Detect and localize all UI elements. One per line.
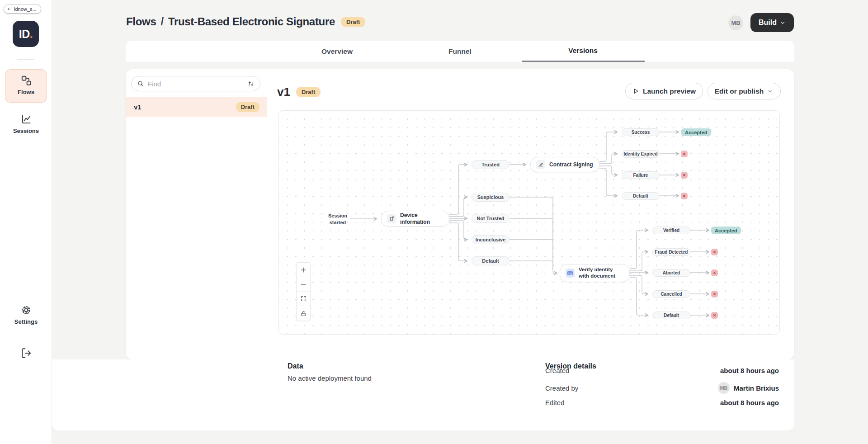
find-search: [131, 76, 260, 91]
flow-output-failure[interactable]: Failure: [622, 171, 660, 179]
signature-icon: [536, 160, 545, 169]
zoom-out-button[interactable]: [297, 277, 310, 292]
play-icon: [632, 88, 639, 94]
tab-versions[interactable]: Versions: [522, 41, 645, 62]
status-badge: Draft: [341, 17, 365, 27]
panel-divider: [267, 69, 267, 359]
breadcrumb-flows[interactable]: Flows: [126, 15, 156, 28]
flow-node-label: Contract Signing: [549, 161, 593, 168]
logo-text: ID.: [19, 28, 33, 41]
sidebar-item-sessions[interactable]: Sessions: [5, 109, 47, 137]
detail-value: about 8 hours ago: [720, 399, 779, 406]
launch-preview-button[interactable]: Launch preview: [625, 83, 703, 99]
breadcrumb-separator: /: [161, 15, 164, 28]
flow-result-rejected[interactable]: ×: [711, 269, 718, 276]
sidebar-divider: [17, 59, 34, 60]
detail-label: Edited: [545, 399, 565, 406]
browser-chip-label: idnow_s...: [14, 6, 37, 12]
detail-label: Created by: [545, 384, 578, 392]
back-arrow-icon: [7, 6, 12, 12]
tab-overview[interactable]: Overview: [276, 41, 399, 62]
gear-icon: [20, 304, 32, 316]
detail-value: about 8 hours ago: [720, 367, 779, 374]
canvas-controls: [296, 262, 311, 321]
sidebar: [0, 0, 52, 444]
chevron-down-icon: [780, 20, 786, 26]
flow-output-fraud-detected[interactable]: Fraud Detected: [652, 248, 690, 256]
flow-node-verify-identity[interactable]: Verify identity with document: [560, 264, 630, 282]
flow-output-identity-expired[interactable]: Identity Expired: [622, 150, 660, 158]
id-card-icon: [566, 269, 575, 278]
sidebar-item-flows[interactable]: Flows: [5, 69, 47, 103]
flow-output-default-2[interactable]: Default: [622, 192, 660, 200]
sidebar-item-label: Settings: [14, 318, 38, 325]
data-empty-message: No active deployment found: [288, 374, 372, 382]
flow-output-default-3[interactable]: Default: [652, 312, 690, 319]
sidebar-item-label: Sessions: [13, 128, 39, 134]
sort-icon[interactable]: [247, 80, 255, 87]
sidebar-item-label: Flows: [18, 89, 34, 95]
user-avatar[interactable]: MB: [728, 15, 743, 30]
detail-row-created-by: Created by MB Martin Brixius: [545, 382, 779, 394]
flow-output-not-trusted[interactable]: Not Trusted: [472, 214, 509, 223]
fit-view-button[interactable]: [297, 292, 310, 306]
lock-toggle-button[interactable]: [297, 306, 310, 321]
flow-output-default[interactable]: Default: [472, 256, 509, 265]
sidebar-item-settings[interactable]: Settings: [5, 299, 47, 328]
version-list-item-v1[interactable]: v1 Draft: [126, 97, 267, 117]
version-status-badge: Draft: [236, 102, 259, 112]
flow-result-rejected[interactable]: ×: [711, 249, 718, 255]
flow-result-accepted[interactable]: Accepted: [681, 128, 711, 136]
tab-funnel[interactable]: Funnel: [399, 41, 522, 62]
device-icon: [387, 214, 396, 223]
flow-start-node[interactable]: Session started: [322, 213, 354, 226]
idnow-logo[interactable]: ID.: [13, 21, 39, 47]
launch-preview-label: Launch preview: [643, 87, 696, 95]
version-title-badge: Draft: [296, 87, 321, 97]
flow-result-rejected[interactable]: ×: [681, 193, 688, 199]
chart-icon: [20, 113, 32, 125]
details-panel: Data No active deployment found Version …: [52, 359, 794, 430]
flow-output-verified[interactable]: Verified: [652, 227, 690, 234]
detail-value: MB Martin Brixius: [718, 382, 779, 394]
breadcrumb: Flows / Trust-Based Electronic Signature: [126, 15, 335, 28]
page-header: Flows / Trust-Based Electronic Signature…: [126, 14, 365, 30]
flow-result-rejected[interactable]: ×: [711, 291, 718, 298]
flow-output-aborted[interactable]: Aborted: [652, 269, 690, 277]
edit-or-publish-label: Edit or publish: [715, 87, 764, 95]
build-button-label: Build: [759, 19, 777, 27]
flow-node-label: Device information: [400, 212, 443, 225]
detail-row-edited: Edited about 8 hours ago: [545, 399, 779, 406]
flow-node-device-information[interactable]: Device information: [381, 211, 449, 227]
zoom-in-button[interactable]: [297, 263, 310, 277]
flow-edges: [279, 111, 780, 335]
tab-bar: Overview Funnel Versions: [126, 41, 794, 62]
flow-result-rejected[interactable]: ×: [711, 312, 718, 319]
find-input[interactable]: [148, 80, 244, 88]
build-button[interactable]: Build: [750, 13, 794, 32]
flow-output-trusted[interactable]: Trusted: [472, 160, 509, 169]
flow-node-label: Verify identity with document: [579, 267, 624, 279]
flow-output-inconclusive[interactable]: Inconclusive: [472, 235, 509, 244]
flow-output-suspicious[interactable]: Suspicious: [472, 193, 509, 202]
logout-button[interactable]: [20, 347, 32, 361]
logout-icon: [20, 347, 32, 359]
detail-row-created: Created about 8 hours ago: [545, 367, 779, 374]
flow-result-rejected[interactable]: ×: [681, 151, 688, 157]
version-name: v1: [134, 103, 142, 111]
flow-output-cancelled[interactable]: Cancelled: [652, 290, 690, 298]
app-window: idnow_s... ID. Flows Sessions Settings: [0, 0, 868, 444]
page-title: Trust-Based Electronic Signature: [168, 15, 335, 28]
flow-result-rejected[interactable]: ×: [681, 172, 688, 179]
version-title: v1: [277, 85, 290, 99]
flow-canvas[interactable]: Session started Device information Trust…: [278, 110, 780, 335]
workflow-icon: [20, 75, 32, 86]
version-header: v1 Draft: [277, 85, 321, 99]
flow-result-accepted[interactable]: Accepted: [711, 227, 741, 234]
edit-or-publish-button[interactable]: Edit or publish: [708, 83, 781, 99]
creator-avatar: MB: [718, 382, 730, 394]
flow-output-success[interactable]: Success: [622, 128, 660, 136]
flow-node-contract-signing[interactable]: Contract Signing: [530, 157, 599, 172]
browser-back-chip[interactable]: idnow_s...: [4, 5, 41, 14]
creator-name: Martin Brixius: [734, 384, 779, 392]
